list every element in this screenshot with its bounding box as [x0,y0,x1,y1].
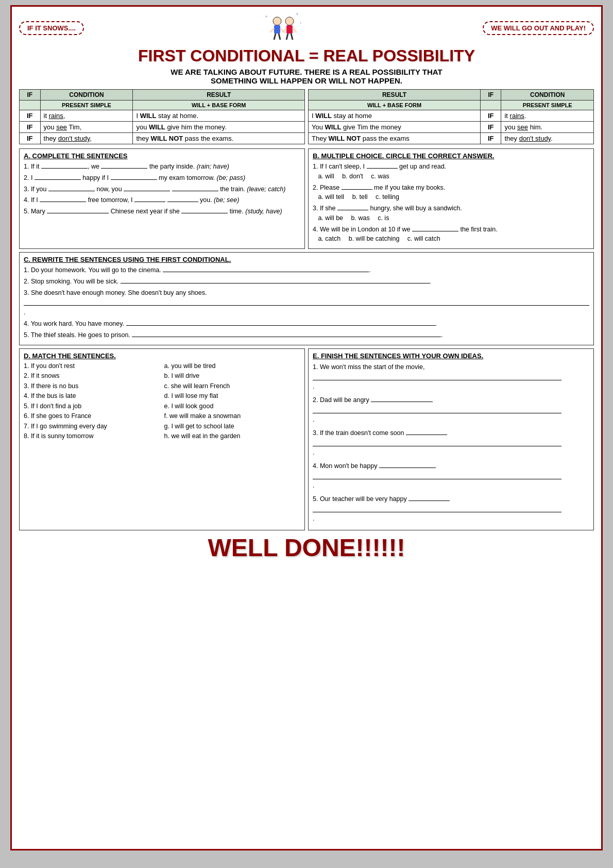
table-row: IF you see Tim, you WILL give him the mo… [20,122,305,133]
col-result-left: RESULT [133,90,305,101]
exercise-b-title: B. MULTIPLE CHOICE. CIRCLE THE CORRECT A… [313,152,589,160]
table-row: IF they don't study, they WILL NOT pass … [20,133,305,144]
exercise-b-item-3: 3. If she hungry, she will buy a sandwic… [313,204,589,223]
svg-line-2 [270,28,274,32]
exercise-a-item-3: 3. If you now, you the train. (leave; ca… [24,185,300,194]
page: IF IT SNOWS.... * * * [10,5,603,850]
table-row: IF it rains, I WILL stay at home. [20,110,305,122]
exercise-a-title: A. COMPLETE THE SENTENCES [24,152,300,160]
finish-item-1: 1. We won't miss the start of the movie,… [313,362,589,392]
exercise-e: E. FINISH THE SENTENCES WITH YOUR OWN ID… [308,348,594,530]
grammar-tables: IF CONDITION RESULT PRESENT SIMPLE WILL … [19,89,594,144]
match-item: g. I will get to school late [164,422,301,431]
exercise-c-item-2: 2. Stop smoking. You will be sick. . [24,277,589,287]
col-if-sub [20,101,41,110]
exercise-a-item-4: 4. If I free tomorrow, I you. (be; see) [24,195,300,205]
svg-text:*: * [265,15,267,21]
exercise-d: D. MATCH THE SENTENCES. 1. If you don't … [19,348,305,530]
exercise-c-item-1: 1. Do your homework. You will go to the … [24,265,589,275]
exercises-ab-row: A. COMPLETE THE SENTENCES 1. If it , we … [19,148,594,249]
match-item: h. we will eat in the garden [164,432,301,441]
exercise-b-item-4: 4. We will be in London at 10 if we the … [313,225,589,244]
svg-text:*: * [296,12,298,18]
col-will-base: WILL + BASE FORM [133,101,305,110]
match-col-left: 1. If you don't rest 2. If it snows 3. I… [24,362,160,442]
svg-point-0 [273,17,281,25]
table-row: They WILL NOT pass the exams IF they don… [309,133,594,144]
svg-line-4 [274,34,276,40]
finish-item-5: 5. Our teacher will be very happy . [313,494,589,524]
col-condition-right: CONDITION [501,90,594,101]
well-done: WELL DONE!!!!!! [19,533,594,562]
exercise-d-title: D. MATCH THE SENTENCES. [24,352,300,360]
table-row: I WILL stay at home IF it rains. [309,110,594,122]
svg-line-9 [293,28,297,32]
exercise-b-item-2: 2. Please me if you take my books. a. wi… [313,183,589,203]
svg-line-11 [291,34,293,40]
exercise-c-item-3: 3. She doesn't have enough money. She do… [24,288,589,318]
match-item: c. she will learn French [164,382,301,391]
match-item: 8. If it is sunny tomorrow [24,432,160,441]
svg-rect-1 [274,25,280,34]
exercise-c-item-5: 5. The thief steals. He goes to prison. … [24,330,589,340]
exercise-b-item-1: 1. If I can't sleep, I get up and read. … [313,162,589,181]
banner-right: WE WILL GO OUT AND PLAY! [483,21,594,35]
col-if-sub-right [481,101,501,110]
col-result-right: RESULT [309,90,481,101]
svg-rect-7 [286,25,293,34]
svg-line-5 [279,34,280,40]
match-item: d. I will lose my flat [164,392,301,401]
exercise-c: C. REWRITE THE SENTENCES USING THE FIRST… [19,252,594,345]
main-title: FIRST CONDITIONAL = REAL POSSIBILITY [19,46,594,65]
finish-item-3: 3. If the train doesn't come soon . [313,428,589,458]
exercise-a: A. COMPLETE THE SENTENCES 1. If it , we … [19,148,305,249]
col-if-right: IF [481,90,501,101]
match-item: e. I will look good [164,402,301,411]
header-image: * * * [263,12,304,44]
match-col-right: a. you will be tired b. I will drive c. … [164,362,301,442]
exercise-c-title: C. REWRITE THE SENTENCES USING THE FIRST… [24,256,589,263]
header-banners: IF IT SNOWS.... * * * [19,12,594,44]
col-present-simple: PRESENT SIMPLE [40,101,133,110]
exercise-a-item-2: 2. I happy if I my exam tomorrow. (be; p… [24,173,300,183]
match-item: 4. If the bus is late [24,392,160,401]
exercise-e-title: E. FINISH THE SENTENCES WITH YOUR OWN ID… [313,352,589,360]
exercise-c-item-4: 4. You work hard. You have money. . [24,319,589,329]
col-will-base-right: WILL + BASE FORM [309,101,481,110]
match-item: b. I will drive [164,372,301,381]
match-columns: 1. If you don't rest 2. If it snows 3. I… [24,362,300,442]
match-item: 5. If I don't find a job [24,402,160,411]
svg-line-10 [286,34,288,40]
match-item: 7. If I go swimming every day [24,422,160,431]
match-item: f. we will make a snowman [164,412,301,421]
match-item: 1. If you don't rest [24,362,160,371]
bottom-row: D. MATCH THE SENTENCES. 1. If you don't … [19,348,594,530]
svg-text:*: * [300,21,301,26]
subtitle: WE ARE TALKING ABOUT FUTURE. THERE IS A … [19,68,594,85]
grammar-table-left: IF CONDITION RESULT PRESENT SIMPLE WILL … [19,89,305,144]
col-condition-left: CONDITION [40,90,133,101]
match-item: 2. If it snows [24,372,160,381]
exercise-a-item-5: 5. Mary Chinese next year if she time. (… [24,207,300,216]
match-item: 3. If there is no bus [24,382,160,391]
svg-point-6 [285,17,294,25]
finish-item-4: 4. Mon won't be happy . [313,461,589,491]
col-present-simple-right: PRESENT SIMPLE [501,101,594,110]
banner-left: IF IT SNOWS.... [19,21,84,35]
match-item: 6. If she goes to France [24,412,160,421]
col-if-left: IF [20,90,41,101]
table-row: You WILL give Tim the money IF you see h… [309,122,594,133]
grammar-table-right: RESULT IF CONDITION WILL + BASE FORM PRE… [308,89,594,144]
match-item: a. you will be tired [164,362,301,371]
finish-item-2: 2. Dad will be angry . [313,395,589,425]
exercise-a-item-1: 1. If it , we the party inside. (rain; h… [24,162,300,172]
exercise-b: B. MULTIPLE CHOICE. CIRCLE THE CORRECT A… [308,148,594,249]
